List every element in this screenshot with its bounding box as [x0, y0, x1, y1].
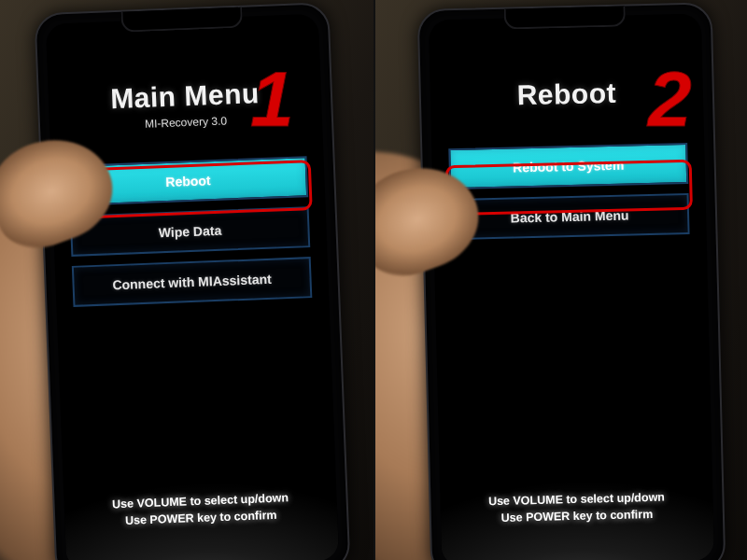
- option-wipe-data[interactable]: Wipe Data: [70, 206, 311, 257]
- option-connect-miassistant[interactable]: Connect with MIAssistant: [72, 257, 313, 307]
- option-reboot-to-system[interactable]: Reboot to System: [448, 143, 688, 189]
- recovery-screen: Main Menu MI-Recovery 3.0 Reboot Wipe Da…: [46, 14, 339, 560]
- option-back-to-main-menu[interactable]: Back to Main Menu: [450, 193, 690, 240]
- option-list: Reboot to System Back to Main Menu: [448, 143, 689, 240]
- phone-notch: [504, 7, 626, 30]
- step-panel-2: Reboot Reboot to System Back to Main Men…: [374, 0, 747, 560]
- step-number-annotation: 1: [250, 54, 294, 145]
- phone-device: Main Menu MI-Recovery 3.0 Reboot Wipe Da…: [34, 2, 350, 560]
- step-number-annotation: 2: [648, 54, 692, 145]
- step-panel-1: Main Menu MI-Recovery 3.0 Reboot Wipe Da…: [0, 0, 374, 560]
- instructions-text: Use VOLUME to select up/down Use POWER k…: [75, 487, 326, 531]
- instructions-text: Use VOLUME to select up/down Use POWER k…: [451, 487, 702, 527]
